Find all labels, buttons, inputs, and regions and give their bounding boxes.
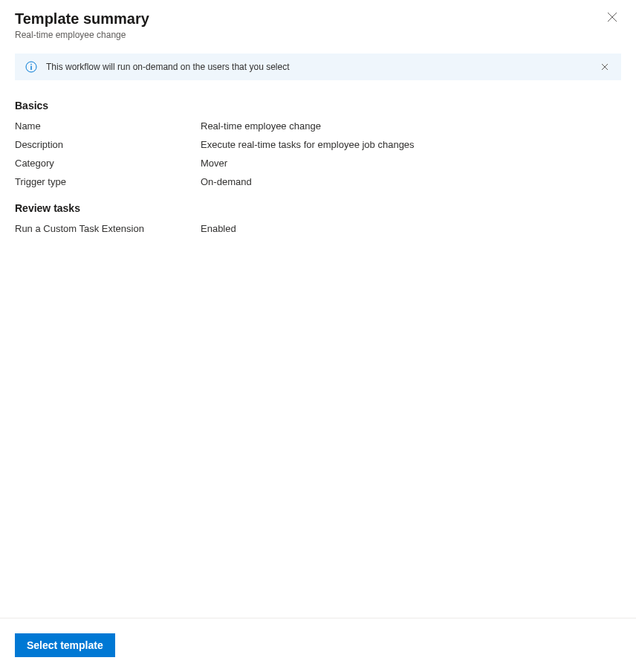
- info-message-bar: This workflow will run on-demand on the …: [15, 54, 621, 80]
- review-tasks-heading: Review tasks: [15, 202, 621, 214]
- svg-rect-2: [30, 66, 31, 71]
- panel-subtitle: Real-time employee change: [15, 30, 149, 40]
- review-task-label: Run a Custom Task Extension: [15, 223, 201, 234]
- review-task-row: Run a Custom Task Extension Enabled: [15, 223, 621, 234]
- panel-title: Template summary: [15, 9, 149, 28]
- info-icon: [25, 61, 37, 73]
- basics-heading: Basics: [15, 100, 621, 112]
- basics-category-label: Category: [15, 158, 201, 169]
- basics-trigger-value: On-demand: [201, 176, 252, 187]
- basics-category-row: Category Mover: [15, 158, 621, 169]
- svg-point-1: [30, 64, 32, 65]
- basics-category-value: Mover: [201, 158, 227, 169]
- basics-description-row: Description Execute real-time tasks for …: [15, 139, 621, 150]
- basics-trigger-label: Trigger type: [15, 176, 201, 187]
- close-panel-button[interactable]: [603, 9, 621, 27]
- close-icon: [601, 62, 609, 73]
- basics-name-value: Real-time employee change: [201, 120, 321, 132]
- review-task-value: Enabled: [201, 223, 236, 234]
- info-message-text: This workflow will run on-demand on the …: [46, 62, 590, 72]
- basics-description-value: Execute real-time tasks for employee job…: [201, 139, 415, 150]
- basics-description-label: Description: [15, 139, 201, 150]
- basics-name-label: Name: [15, 120, 201, 132]
- dismiss-info-button[interactable]: [599, 61, 611, 73]
- basics-name-row: Name Real-time employee change: [15, 120, 621, 132]
- select-template-button[interactable]: Select template: [15, 633, 115, 657]
- close-icon: [607, 12, 617, 25]
- basics-trigger-row: Trigger type On-demand: [15, 176, 621, 187]
